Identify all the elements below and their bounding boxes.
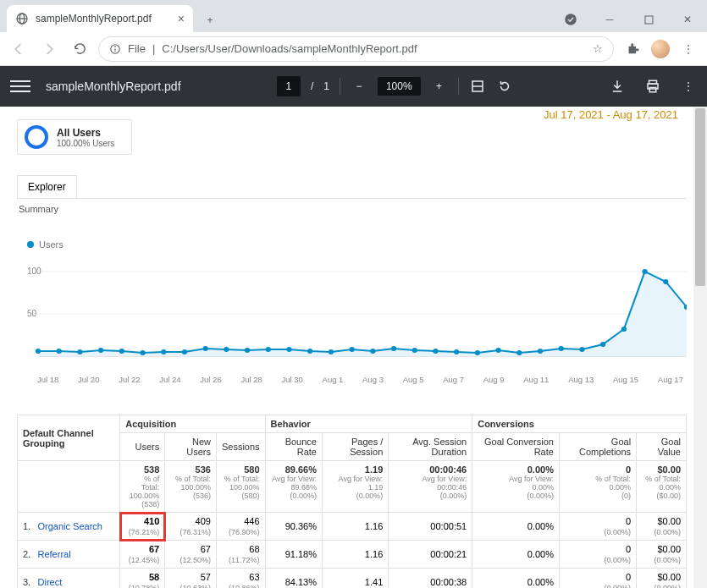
total-cell: 00:00:46Avg for View:00:00:46(0.00%): [389, 461, 472, 513]
cell[interactable]: Direct: [33, 569, 120, 589]
back-button[interactable]: [7, 37, 30, 61]
tab-explorer[interactable]: Explorer: [17, 175, 77, 198]
rotate-button[interactable]: [496, 78, 513, 95]
col-header: New Users: [165, 433, 217, 461]
cell: 0.00%: [472, 569, 560, 589]
svg-point-30: [307, 349, 312, 354]
y-tick-100: 100: [27, 267, 41, 276]
minimize-button[interactable]: ─: [590, 7, 629, 32]
x-tick: Jul 24: [159, 375, 180, 384]
cell: 00:00:21: [389, 541, 472, 569]
chrome-menu-button[interactable]: ⋮: [677, 37, 700, 61]
svg-point-46: [642, 269, 647, 274]
total-cell: 1.19Avg for View:1.19(0.00%): [322, 461, 388, 513]
x-tick: Aug 1: [323, 375, 344, 384]
cell: 409(76.31%): [165, 513, 217, 541]
channels-table: Default Channel Grouping Acquisition Beh…: [17, 415, 687, 588]
svg-point-25: [203, 346, 208, 351]
zoom-in-button[interactable]: +: [431, 78, 448, 95]
x-tick: Jul 20: [78, 375, 99, 384]
close-window-button[interactable]: ✕: [668, 7, 707, 32]
svg-point-47: [663, 279, 668, 284]
svg-point-29: [286, 347, 291, 352]
cell: 0(0.00%): [559, 513, 636, 541]
pdf-menu-icon[interactable]: [10, 80, 30, 92]
svg-point-23: [161, 349, 166, 354]
cell: 68(11.72%): [216, 541, 265, 569]
pdf-more-button[interactable]: ⋮: [680, 78, 697, 95]
cell: $0.00(0.00%): [637, 541, 687, 569]
cell[interactable]: Organic Search: [33, 513, 120, 541]
cell: 1.16: [322, 541, 388, 569]
chrome-badge-icon: [551, 7, 590, 32]
svg-point-41: [538, 349, 543, 354]
browser-toolbar: File | C:/Users/User/Downloads/sampleMon…: [0, 32, 707, 66]
svg-rect-4: [645, 16, 653, 24]
table-row: 2.Referral67(12.45%)67(12.50%)68(11.72%)…: [18, 541, 687, 569]
pdf-title: sampleMonthlyReport.pdf: [46, 80, 181, 93]
table-row: 1.Organic Search410(76.21%)409(76.31%)44…: [18, 513, 687, 541]
scrollbar-thumb[interactable]: [695, 108, 705, 286]
forward-button[interactable]: [37, 37, 61, 61]
globe-icon: [15, 12, 29, 25]
cell: 00:00:51: [389, 513, 472, 541]
x-tick: Jul 28: [240, 375, 262, 384]
segment-box[interactable]: All Users 100.00% Users: [17, 119, 132, 155]
svg-point-3: [565, 14, 577, 25]
svg-point-36: [433, 349, 438, 354]
y-tick-50: 50: [27, 309, 36, 318]
cell: 90.36%: [265, 513, 322, 541]
new-tab-button[interactable]: +: [198, 8, 222, 32]
scrollbar-track[interactable]: [693, 107, 707, 588]
col-sec-behavior: Behavior: [265, 415, 472, 433]
browser-tab[interactable]: sampleMonthlyReport.pdf ×: [7, 5, 193, 32]
col-header: Pages / Session: [322, 433, 388, 461]
cell[interactable]: Referral: [33, 541, 120, 569]
zoom-out-button[interactable]: −: [351, 78, 367, 95]
info-icon: [109, 43, 121, 55]
page-number-input[interactable]: [277, 76, 301, 96]
page-viewport[interactable]: Jul 17, 2021 - Aug 17, 2021 All Users 10…: [0, 107, 707, 588]
extensions-button[interactable]: [621, 37, 644, 61]
cell: 58(10.78%): [120, 569, 165, 589]
cell: 410(76.21%): [120, 513, 165, 541]
cell: 91.18%: [265, 541, 322, 569]
window-controls: ─ ✕: [551, 7, 707, 32]
divider: [458, 78, 459, 95]
svg-point-17: [36, 349, 41, 354]
total-cell: 536% of Total:100.00%(536): [165, 461, 217, 513]
profile-avatar[interactable]: [651, 40, 670, 58]
reload-button[interactable]: [68, 37, 91, 61]
divider: [340, 78, 340, 95]
close-tab-icon[interactable]: ×: [178, 12, 185, 25]
cell: $0.00(0.00%): [637, 569, 687, 589]
summary-label: Summary: [17, 198, 687, 219]
star-icon[interactable]: ☆: [593, 42, 603, 55]
svg-point-28: [266, 347, 271, 352]
maximize-button[interactable]: [629, 7, 668, 32]
address-bar[interactable]: File | C:/Users/User/Downloads/sampleMon…: [98, 36, 614, 62]
svg-point-32: [350, 347, 355, 352]
x-tick: Aug 5: [403, 375, 424, 384]
svg-point-34: [391, 346, 396, 351]
legend-users: Users: [27, 239, 687, 250]
cell: 57(10.63%): [165, 569, 217, 589]
svg-point-31: [329, 349, 334, 354]
download-button[interactable]: [609, 78, 626, 95]
svg-point-44: [600, 342, 605, 347]
page-total: 1: [323, 80, 329, 92]
svg-point-35: [412, 348, 417, 353]
fit-page-button[interactable]: [469, 78, 486, 95]
report-page: Jul 17, 2021 - Aug 17, 2021 All Users 10…: [0, 107, 693, 588]
svg-point-21: [119, 349, 124, 354]
col-header: Sessions: [216, 433, 265, 461]
print-button[interactable]: [644, 78, 661, 95]
svg-point-20: [98, 348, 103, 353]
x-tick: Aug 7: [443, 375, 464, 384]
page-sep: /: [311, 80, 313, 92]
col-header: Bounce Rate: [265, 433, 322, 461]
x-tick: Aug 15: [613, 375, 638, 384]
cell: 67(12.45%): [120, 541, 165, 569]
col-group: Default Channel Grouping: [18, 415, 120, 461]
x-axis-labels: Jul 18Jul 20Jul 22Jul 24Jul 26Jul 28Jul …: [17, 373, 687, 384]
